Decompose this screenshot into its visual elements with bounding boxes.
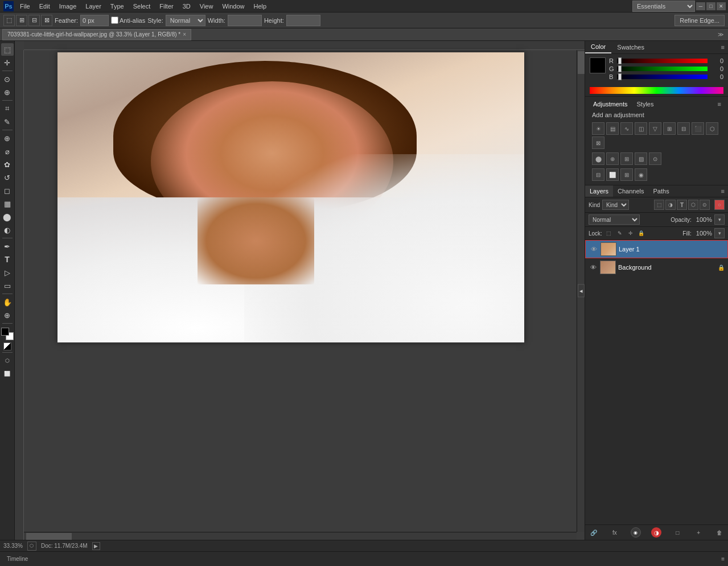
layer-styles-icon[interactable]: fx [610, 527, 620, 538]
document-tab[interactable]: 7039381-cute-little-girl-hd-wallpaper.jp… [2, 29, 191, 40]
new-layer-icon[interactable]: + [693, 527, 704, 538]
add-selection-icon[interactable]: ⊞ [16, 15, 27, 26]
crop-tool-button[interactable]: ⌗ [1, 102, 14, 115]
threshold-adjustment-icon[interactable]: ⊞ [620, 152, 633, 165]
foreground-color-swatch[interactable] [1, 328, 9, 336]
kind-select[interactable]: Kind [602, 200, 629, 210]
status-info-button[interactable]: ⬡ [27, 542, 36, 551]
adjustment-layer-icon[interactable]: ◑ [651, 527, 661, 538]
layer-1-visibility-eye[interactable]: 👁 [589, 245, 598, 254]
feather-input[interactable] [80, 15, 109, 26]
marquee-tool-button[interactable]: ⬚ [1, 43, 14, 56]
lock-position-icon[interactable]: ✎ [615, 229, 624, 238]
blue-thumb[interactable] [618, 73, 622, 80]
move-tool-button[interactable]: ✛ [1, 56, 14, 69]
default-colors-button[interactable] [3, 342, 11, 350]
eraser-tool-button[interactable]: ◻ [1, 184, 14, 197]
style-select[interactable]: Normal [166, 15, 205, 26]
panel-collapse-button[interactable]: ≫ [715, 31, 726, 38]
lock-artboard-icon[interactable]: ✛ [626, 229, 635, 238]
color-spectrum-bar[interactable] [590, 87, 723, 94]
swatches-tab[interactable]: Swatches [611, 42, 650, 53]
hand-tool-button[interactable]: ✋ [1, 296, 14, 308]
healing-tool-button[interactable]: ⊕ [1, 132, 14, 144]
blend-mode-select[interactable]: Normal [589, 214, 640, 225]
posterize-adjustment-icon[interactable]: ⊕ [606, 152, 619, 165]
clip-icon[interactable]: ⊞ [620, 168, 633, 181]
menu-type[interactable]: Type [106, 2, 128, 11]
menu-file[interactable]: File [16, 2, 34, 11]
rectangle-tool-button[interactable]: ▭ [1, 279, 14, 292]
blur-tool-button[interactable]: ⬤ [1, 210, 14, 223]
gradient-tool-button[interactable]: ▦ [1, 197, 14, 210]
type-tool-button[interactable]: T [1, 253, 14, 266]
opacity-menu-icon[interactable]: ▾ [714, 214, 725, 225]
blue-track[interactable] [617, 75, 708, 79]
horizontal-scrollbar[interactable] [24, 532, 577, 540]
zoom-tool-button[interactable]: ⊕ [1, 309, 14, 321]
stamp-tool-button[interactable]: ✿ [1, 158, 14, 171]
menu-edit[interactable]: Edit [35, 2, 54, 11]
new-group-icon[interactable]: □ [672, 527, 682, 538]
color-panel-menu[interactable]: ≡ [718, 43, 728, 52]
levels-adjustment-icon[interactable]: ▤ [606, 122, 619, 135]
fill-value[interactable]: 100% [696, 230, 712, 237]
curves-adjustment-icon[interactable]: ∿ [620, 122, 633, 135]
maximize-button[interactable]: □ [706, 2, 715, 10]
red-track[interactable] [617, 59, 708, 63]
path-selection-tool-button[interactable]: ▷ [1, 266, 14, 279]
link-layers-icon[interactable]: 🔗 [589, 527, 599, 538]
vertical-scroll-thumb[interactable] [578, 51, 585, 74]
photo-filter-adjustment-icon[interactable]: ⬡ [706, 122, 718, 135]
current-color-box[interactable] [590, 57, 606, 73]
pen-tool-button[interactable]: ✒ [1, 240, 14, 253]
visibility-icon[interactable]: ◉ [635, 168, 647, 181]
quick-mask-button[interactable]: ⬡ [1, 354, 14, 367]
timeline-menu-icon[interactable]: ≡ [721, 556, 725, 562]
pixel-filter-icon[interactable]: ⬚ [654, 200, 664, 210]
anti-alias-check[interactable] [111, 16, 118, 24]
gradient-map-adjustment-icon[interactable]: ▨ [635, 152, 647, 165]
eyedropper-tool-button[interactable]: ✎ [1, 115, 14, 128]
red-thumb[interactable] [618, 57, 622, 64]
adjustment-filter-icon[interactable]: ◑ [665, 200, 676, 210]
channel-mixer-adjustment-icon[interactable]: ⊠ [592, 137, 604, 149]
brush-tool-button[interactable]: ⌀ [1, 145, 14, 158]
smart-object-icon[interactable]: ⊟ [592, 168, 604, 181]
hue-saturation-adjustment-icon[interactable]: ⊞ [663, 122, 676, 135]
background-layer-visibility-eye[interactable]: 👁 [589, 263, 598, 272]
bw-adjustment-icon[interactable]: ⬛ [692, 122, 704, 135]
panel-expand-button[interactable]: ◂ [578, 284, 585, 297]
lasso-tool-button[interactable]: ⊙ [1, 73, 14, 85]
menu-select[interactable]: Select [129, 2, 155, 11]
selective-color-adjustment-icon[interactable]: ⊙ [649, 152, 661, 165]
opacity-value[interactable]: 100% [696, 216, 712, 223]
channels-tab[interactable]: Channels [613, 185, 648, 197]
screen-mode-button[interactable]: ⬜ [1, 367, 14, 380]
green-thumb[interactable] [618, 65, 622, 72]
styles-tab[interactable]: Styles [632, 99, 659, 109]
menu-help[interactable]: Help [250, 2, 271, 11]
refine-edge-button[interactable]: Refine Edge... [674, 15, 725, 26]
green-track[interactable] [617, 67, 708, 71]
lock-pixels-icon[interactable]: ⬚ [604, 229, 614, 238]
adjustments-panel-menu[interactable]: ≡ [714, 100, 725, 109]
color-swatch-area[interactable] [1, 328, 14, 340]
exposure-adjustment-icon[interactable]: ◫ [635, 122, 647, 135]
layer-mask-icon[interactable]: ◉ [631, 527, 641, 538]
background-layer-item[interactable]: 👁 Background 🔒 [585, 258, 728, 276]
delete-layer-icon[interactable]: 🗑 [714, 527, 725, 538]
height-input[interactable] [286, 15, 320, 26]
subtract-selection-icon[interactable]: ⊟ [28, 15, 40, 26]
anti-alias-checkbox[interactable]: Anti-alias [111, 16, 145, 24]
status-arrow-button[interactable]: ▶ [92, 542, 100, 550]
brightness-adjustment-icon[interactable]: ☀ [592, 122, 604, 135]
history-brush-tool-button[interactable]: ↺ [1, 171, 14, 184]
invert-adjustment-icon[interactable]: ⬤ [592, 152, 604, 165]
menu-image[interactable]: Image [55, 2, 81, 11]
adjustments-tab[interactable]: Adjustments [589, 99, 632, 109]
layers-tab[interactable]: Layers [585, 185, 613, 197]
type-filter-icon[interactable]: T [677, 200, 687, 210]
menu-3d[interactable]: 3D [179, 2, 195, 11]
smart-filter-icon[interactable]: ⊙ [700, 200, 710, 210]
